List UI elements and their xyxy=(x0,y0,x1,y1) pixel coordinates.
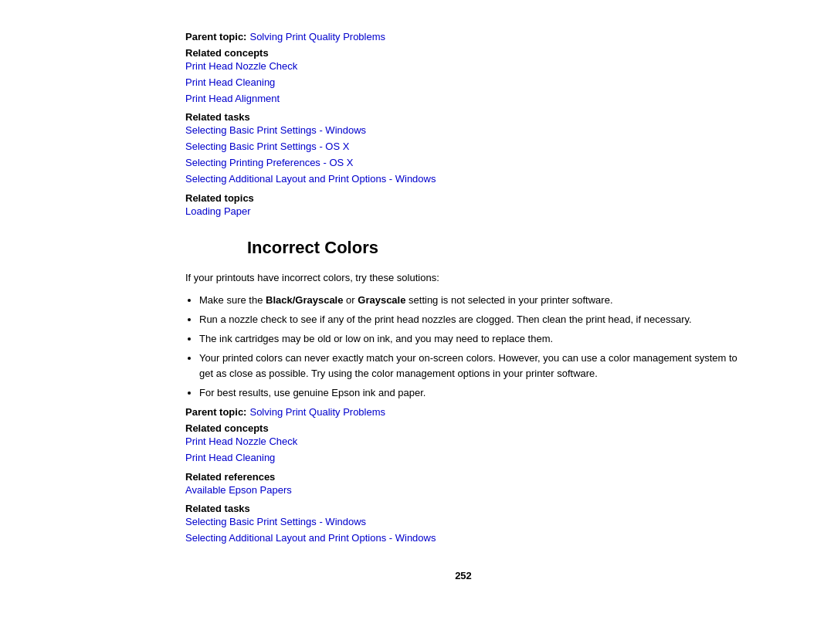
link-selecting-additional-windows-2[interactable]: Selecting Additional Layout and Print Op… xyxy=(185,530,741,547)
bullet-4: Your printed colors can never exactly ma… xyxy=(199,351,741,383)
bullet-1-prefix: Make sure the xyxy=(199,294,266,306)
related-concepts-label: Related concepts xyxy=(185,47,741,59)
page-number: 252 xyxy=(185,570,741,581)
incorrect-colors-intro: If your printouts have incorrect colors,… xyxy=(185,270,741,286)
related-tasks-label-1: Related tasks xyxy=(185,111,741,123)
bullet-1-mid: or xyxy=(343,294,358,306)
incorrect-colors-body: If your printouts have incorrect colors,… xyxy=(185,270,741,402)
top-related-tasks: Related tasks Selecting Basic Print Sett… xyxy=(185,111,741,187)
related-tasks-label-2: Related tasks xyxy=(185,503,741,514)
content-area: Parent topic: Solving Print Quality Prob… xyxy=(185,31,741,581)
link-print-head-cleaning-2[interactable]: Print Head Cleaning xyxy=(185,450,741,466)
bottom-related-concepts-label: Related concepts xyxy=(185,422,741,434)
incorrect-colors-bullets: Make sure the Black/Grayscale or Graysca… xyxy=(199,293,741,402)
incorrect-colors-section: Incorrect Colors xyxy=(247,238,741,258)
link-print-head-cleaning-1[interactable]: Print Head Cleaning xyxy=(185,75,741,91)
bullet-1-suffix: setting is not selected in your printer … xyxy=(405,294,612,306)
bottom-related-tasks: Related tasks Selecting Basic Print Sett… xyxy=(185,503,741,547)
top-related-topics: Related topics Loading Paper xyxy=(185,192,741,220)
link-selecting-additional-windows-1[interactable]: Selecting Additional Layout and Print Op… xyxy=(185,171,741,188)
bullet-5: For best results, use genuine Epson ink … xyxy=(199,385,741,402)
parent-topic-label: Parent topic: xyxy=(185,31,246,42)
link-selecting-basic-windows-2[interactable]: Selecting Basic Print Settings - Windows xyxy=(185,514,741,530)
link-selecting-basic-windows-1[interactable]: Selecting Basic Print Settings - Windows xyxy=(185,123,741,139)
link-available-epson-papers[interactable]: Available Epson Papers xyxy=(185,483,741,499)
incorrect-colors-title: Incorrect Colors xyxy=(247,238,741,258)
link-selecting-printing-prefs-osx[interactable]: Selecting Printing Preferences - OS X xyxy=(185,155,741,171)
related-references-label: Related references xyxy=(185,471,741,483)
link-print-head-nozzle-check-1[interactable]: Print Head Nozzle Check xyxy=(185,59,741,75)
bottom-related-concepts: Related concepts Print Head Nozzle Check… xyxy=(185,422,741,466)
bullet-3: The ink cartridges may be old or low on … xyxy=(199,331,741,347)
bottom-parent-topic-link[interactable]: Solving Print Quality Problems xyxy=(249,406,385,418)
link-print-head-nozzle-check-2[interactable]: Print Head Nozzle Check xyxy=(185,434,741,450)
bottom-related-references: Related references Available Epson Paper… xyxy=(185,471,741,499)
parent-topic-link[interactable]: Solving Print Quality Problems xyxy=(249,31,385,42)
bullet-1-bold2: Grayscale xyxy=(358,294,405,306)
bottom-parent-topic-label: Parent topic: xyxy=(185,406,246,418)
bullet-1: Make sure the Black/Grayscale or Graysca… xyxy=(199,293,741,309)
top-related-concepts: Related concepts Print Head Nozzle Check… xyxy=(185,47,741,107)
link-loading-paper[interactable]: Loading Paper xyxy=(185,204,741,220)
bottom-parent-topic: Parent topic: Solving Print Quality Prob… xyxy=(185,406,741,418)
top-parent-topic: Parent topic: Solving Print Quality Prob… xyxy=(185,31,741,42)
link-print-head-alignment-1[interactable]: Print Head Alignment xyxy=(185,91,741,107)
bullet-2: Run a nozzle check to see if any of the … xyxy=(199,312,741,328)
page-container: Parent topic: Solving Print Quality Prob… xyxy=(0,0,834,644)
link-selecting-basic-osx-1[interactable]: Selecting Basic Print Settings - OS X xyxy=(185,139,741,155)
bullet-1-bold1: Black/Grayscale xyxy=(266,294,343,306)
related-topics-label: Related topics xyxy=(185,192,741,204)
